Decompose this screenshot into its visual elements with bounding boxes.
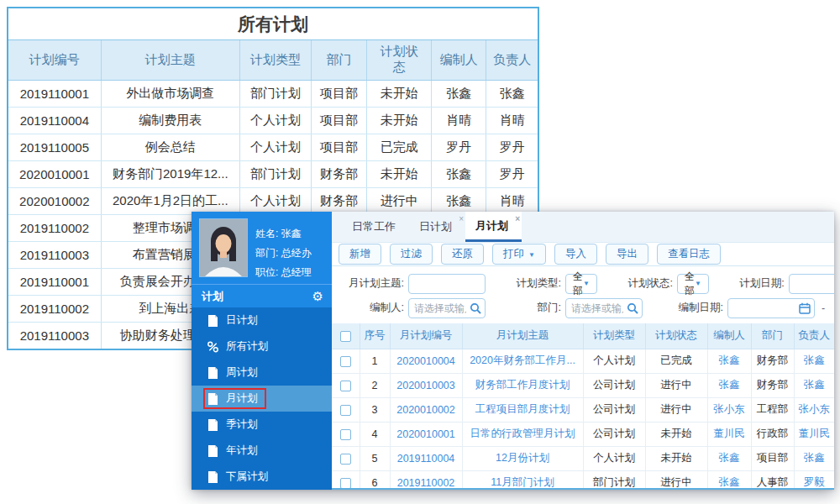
- col-type: 计划类型: [239, 40, 311, 80]
- plan-code-link[interactable]: 2020010002: [390, 397, 462, 422]
- type-select[interactable]: 全部 ▼: [565, 274, 597, 294]
- compiler-link[interactable]: 张鑫: [707, 349, 751, 373]
- sidebar-item-day-plan[interactable]: 日计划: [192, 307, 332, 333]
- col-compiler: 编制人: [707, 323, 751, 349]
- compiler-link[interactable]: 张鑫: [707, 373, 751, 397]
- gear-icon[interactable]: ⚙: [312, 289, 323, 304]
- owner-link[interactable]: 董川民: [794, 422, 834, 446]
- chevron-down-icon: ▼: [528, 251, 535, 259]
- plan-subject-link[interactable]: 11月部门计划: [462, 470, 583, 490]
- sidebar-item-year-plan[interactable]: 年计划: [192, 438, 332, 464]
- compiler-link[interactable]: 张鑫: [707, 446, 751, 470]
- plan-subject-link[interactable]: 工程项目部月度计划: [462, 397, 583, 422]
- row-checkbox[interactable]: [340, 478, 351, 489]
- close-icon[interactable]: ×: [459, 215, 464, 223]
- col-plan-no: 计划编号: [8, 40, 101, 80]
- avatar: [199, 218, 248, 277]
- date-range-separator: -: [822, 302, 825, 314]
- import-button[interactable]: 导入: [554, 244, 597, 265]
- plan-date-label: 计划日期:: [731, 276, 785, 291]
- tab-month-plan[interactable]: 月计划×: [465, 212, 522, 242]
- col-compiler: 编制人: [432, 40, 486, 80]
- report-header-row: 计划编号 计划主题 计划类型 部门 计划状态 编制人 负责人: [8, 40, 538, 80]
- month-plan-table: 序号 月计划编号 月计划主题 计划类型 计划状态 编制人 部门 负责人: [332, 323, 834, 490]
- owner-link[interactable]: 张小东: [794, 397, 834, 422]
- sidebar-item-subordinate-plan[interactable]: 下属计划: [192, 464, 332, 490]
- col-plan-subject: 月计划主题: [462, 323, 583, 349]
- plan-code-link[interactable]: 2020010001: [390, 422, 462, 446]
- row-checkbox[interactable]: [340, 429, 351, 440]
- sidebar-section-plan: 计划 ⚙: [192, 284, 332, 307]
- col-dept: 部门: [312, 40, 367, 80]
- filter-row-2: 编制人: 部门: 编制日期: -: [332, 296, 834, 320]
- compiler-link[interactable]: 张鑫: [707, 470, 751, 490]
- print-button[interactable]: 打印▼: [492, 244, 546, 265]
- link-icon: [207, 341, 218, 353]
- row-checkbox[interactable]: [340, 405, 351, 416]
- compiler-field: [408, 298, 486, 318]
- plan-code-link[interactable]: 2020010003: [390, 373, 462, 397]
- subject-input[interactable]: [408, 274, 486, 294]
- sidebar-item-quarter-plan[interactable]: 季计划: [192, 412, 332, 438]
- chevron-down-icon: ▼: [583, 280, 590, 287]
- tab-daily-work[interactable]: 日常工作: [342, 212, 409, 242]
- annotation-red-box: 月计划: [203, 388, 266, 409]
- plan-subject-link[interactable]: 12月份计划: [462, 446, 583, 470]
- sidebar-item-week-plan[interactable]: 周计划: [192, 360, 332, 386]
- document-icon: [207, 367, 218, 379]
- plan-code-link[interactable]: 2019110002: [390, 470, 462, 490]
- plan-subject-link[interactable]: 财务部工作月度计划: [462, 373, 583, 397]
- profile-title: 职位: 总经理: [255, 263, 312, 282]
- table-row: 4 2020010001 日常的行政管理月计划 公司计划 未开始 董川民 行政部…: [332, 422, 834, 446]
- compiler-link[interactable]: 张小东: [707, 397, 751, 422]
- owner-link[interactable]: 张鑫: [794, 446, 834, 470]
- owner-link[interactable]: 罗毅: [794, 470, 834, 490]
- search-icon[interactable]: [470, 302, 481, 314]
- status-select[interactable]: 全部 ▼: [677, 274, 709, 294]
- sidebar-item-month-plan[interactable]: 月计划: [192, 386, 332, 412]
- row-checkbox[interactable]: [340, 356, 351, 367]
- add-button[interactable]: 新增: [339, 244, 381, 265]
- plan-subject-link[interactable]: 2020年财务部工作月...: [462, 349, 583, 373]
- col-plan-code: 月计划编号: [390, 323, 462, 349]
- reset-button[interactable]: 还原: [441, 244, 484, 265]
- sidebar: 姓名: 张鑫 部门: 总经办 职位: 总经理 计划 ⚙ 日计划 所有计划 周计划: [192, 212, 332, 490]
- table-row: 5 2019110004 12月份计划 个人计划 未开始 张鑫 项目部 张鑫: [332, 446, 834, 470]
- view-log-button[interactable]: 查看日志: [657, 244, 721, 265]
- dept-field: [565, 298, 643, 318]
- plan-date-input[interactable]: [789, 274, 834, 294]
- plan-menu: 日计划 所有计划 周计划 月计划 季计划 年计划 下属计划: [192, 307, 332, 490]
- owner-link[interactable]: 张鑫: [794, 349, 834, 373]
- col-status: 计划状态: [367, 40, 432, 80]
- dept-label: 部门:: [507, 301, 561, 315]
- compiler-link[interactable]: 董川民: [707, 422, 751, 446]
- status-label: 计划状态:: [619, 276, 673, 291]
- plan-code-link[interactable]: 2019110004: [390, 446, 462, 470]
- plan-code-link[interactable]: 2020010004: [390, 349, 462, 373]
- user-profile: 姓名: 张鑫 部门: 总经办 职位: 总经理: [192, 212, 332, 284]
- section-label: 计划: [202, 289, 223, 304]
- main-pane: 日常工作 日计划× 月计划× 新增 过滤 还原 打印▼ 导入 导出 查看日志 月…: [332, 212, 834, 490]
- filter-panel: 月计划主题: 计划类型: 全部 ▼ 计划状态: 全部 ▼ 计划日期:: [332, 266, 834, 323]
- calendar-icon[interactable]: [799, 302, 811, 314]
- compiler-label: 编制人:: [332, 301, 404, 315]
- search-icon[interactable]: [627, 302, 638, 314]
- row-checkbox[interactable]: [340, 454, 351, 465]
- chevron-down-icon: ▼: [695, 280, 701, 287]
- export-button[interactable]: 导出: [606, 244, 648, 265]
- compile-date-label: 编制日期:: [664, 301, 723, 315]
- profile-dept: 部门: 总经办: [255, 244, 312, 263]
- col-subject: 计划主题: [101, 40, 239, 80]
- owner-link[interactable]: 张鑫: [794, 373, 834, 397]
- row-checkbox[interactable]: [340, 381, 351, 391]
- sidebar-item-all-plans[interactable]: 所有计划: [192, 333, 332, 360]
- profile-fields: 姓名: 张鑫 部门: 总经办 职位: 总经理: [255, 224, 312, 282]
- tab-day-plan[interactable]: 日计划×: [409, 212, 465, 242]
- document-icon: [207, 315, 218, 327]
- select-all-checkbox[interactable]: [340, 331, 351, 342]
- plan-subject-link[interactable]: 日常的行政管理月计划: [462, 422, 583, 446]
- close-icon[interactable]: ×: [515, 215, 520, 223]
- filter-button[interactable]: 过滤: [390, 244, 433, 265]
- document-icon: [207, 419, 218, 431]
- table-row: 2020010001财务部门2019年12...部门计划财务部未开始张鑫罗丹: [8, 160, 538, 187]
